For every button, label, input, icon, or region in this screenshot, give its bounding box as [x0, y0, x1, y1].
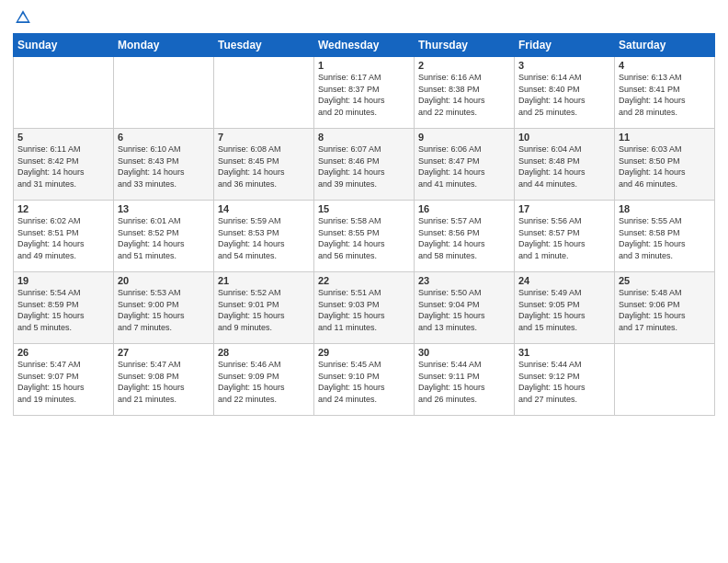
weekday-header-wednesday: Wednesday	[314, 34, 415, 57]
calendar-week-4: 19Sunrise: 5:54 AM Sunset: 8:59 PM Dayli…	[14, 272, 715, 344]
day-number: 4	[619, 60, 711, 71]
calendar-cell: 12Sunrise: 6:02 AM Sunset: 8:51 PM Dayli…	[14, 201, 114, 272]
calendar-cell: 16Sunrise: 5:57 AM Sunset: 8:56 PM Dayli…	[415, 201, 515, 272]
day-info: Sunrise: 5:58 AM Sunset: 8:55 PM Dayligh…	[318, 215, 410, 261]
day-number: 6	[118, 132, 210, 143]
day-number: 8	[318, 132, 410, 143]
weekday-header-monday: Monday	[114, 34, 214, 57]
day-number: 20	[118, 275, 210, 286]
calendar-cell: 13Sunrise: 6:01 AM Sunset: 8:52 PM Dayli…	[114, 201, 214, 272]
day-number: 31	[518, 347, 610, 358]
day-number: 27	[118, 347, 210, 358]
calendar-cell: 9Sunrise: 6:06 AM Sunset: 8:47 PM Daylig…	[415, 129, 515, 201]
day-number: 7	[218, 132, 310, 143]
calendar-cell: 18Sunrise: 5:55 AM Sunset: 8:58 PM Dayli…	[615, 201, 715, 272]
calendar-cell: 25Sunrise: 5:48 AM Sunset: 9:06 PM Dayli…	[615, 272, 715, 344]
calendar-cell: 19Sunrise: 5:54 AM Sunset: 8:59 PM Dayli…	[14, 272, 114, 344]
day-number: 25	[619, 275, 711, 286]
calendar-cell	[114, 57, 214, 129]
day-info: Sunrise: 5:45 AM Sunset: 9:10 PM Dayligh…	[318, 359, 410, 405]
day-number: 12	[17, 203, 109, 214]
day-number: 18	[619, 203, 711, 214]
day-info: Sunrise: 5:47 AM Sunset: 9:08 PM Dayligh…	[118, 359, 210, 405]
weekday-header-sunday: Sunday	[14, 34, 114, 57]
day-info: Sunrise: 6:14 AM Sunset: 8:40 PM Dayligh…	[518, 72, 610, 118]
day-info: Sunrise: 5:54 AM Sunset: 8:59 PM Dayligh…	[17, 287, 109, 333]
day-number: 10	[518, 132, 610, 143]
day-info: Sunrise: 6:16 AM Sunset: 8:38 PM Dayligh…	[418, 72, 510, 118]
day-info: Sunrise: 5:46 AM Sunset: 9:09 PM Dayligh…	[218, 359, 310, 405]
day-number: 23	[418, 275, 510, 286]
calendar-cell: 7Sunrise: 6:08 AM Sunset: 8:45 PM Daylig…	[214, 129, 314, 201]
calendar-cell: 14Sunrise: 5:59 AM Sunset: 8:53 PM Dayli…	[214, 201, 314, 272]
calendar-week-5: 26Sunrise: 5:47 AM Sunset: 9:07 PM Dayli…	[14, 344, 715, 416]
calendar-cell: 31Sunrise: 5:44 AM Sunset: 9:12 PM Dayli…	[515, 344, 615, 416]
calendar-cell: 24Sunrise: 5:49 AM Sunset: 9:05 PM Dayli…	[515, 272, 615, 344]
calendar-cell: 21Sunrise: 5:52 AM Sunset: 9:01 PM Dayli…	[214, 272, 314, 344]
day-number: 28	[218, 347, 310, 358]
day-info: Sunrise: 5:47 AM Sunset: 9:07 PM Dayligh…	[17, 359, 109, 405]
day-info: Sunrise: 5:49 AM Sunset: 9:05 PM Dayligh…	[518, 287, 610, 333]
calendar-cell: 1Sunrise: 6:17 AM Sunset: 8:37 PM Daylig…	[314, 57, 415, 129]
day-info: Sunrise: 6:11 AM Sunset: 8:42 PM Dayligh…	[17, 144, 109, 190]
day-info: Sunrise: 6:06 AM Sunset: 8:47 PM Dayligh…	[418, 144, 510, 190]
calendar-cell	[615, 344, 715, 416]
day-info: Sunrise: 5:48 AM Sunset: 9:06 PM Dayligh…	[619, 287, 711, 333]
calendar-week-2: 5Sunrise: 6:11 AM Sunset: 8:42 PM Daylig…	[14, 129, 715, 201]
day-number: 13	[118, 203, 210, 214]
calendar-cell: 30Sunrise: 5:44 AM Sunset: 9:11 PM Dayli…	[415, 344, 515, 416]
calendar-cell: 26Sunrise: 5:47 AM Sunset: 9:07 PM Dayli…	[14, 344, 114, 416]
main-container: SundayMondayTuesdayWednesdayThursdayFrid…	[0, 0, 728, 423]
day-info: Sunrise: 5:51 AM Sunset: 9:03 PM Dayligh…	[318, 287, 410, 333]
day-info: Sunrise: 5:53 AM Sunset: 9:00 PM Dayligh…	[118, 287, 210, 333]
calendar-cell: 6Sunrise: 6:10 AM Sunset: 8:43 PM Daylig…	[114, 129, 214, 201]
day-number: 17	[518, 203, 610, 214]
day-info: Sunrise: 5:56 AM Sunset: 8:57 PM Dayligh…	[518, 215, 610, 261]
weekday-header-friday: Friday	[515, 34, 615, 57]
day-number: 21	[218, 275, 310, 286]
day-number: 16	[418, 203, 510, 214]
day-number: 26	[17, 347, 109, 358]
day-number: 19	[17, 275, 109, 286]
day-info: Sunrise: 6:08 AM Sunset: 8:45 PM Dayligh…	[218, 144, 310, 190]
weekday-header-saturday: Saturday	[615, 34, 715, 57]
day-info: Sunrise: 6:02 AM Sunset: 8:51 PM Dayligh…	[17, 215, 109, 261]
day-number: 15	[318, 203, 410, 214]
calendar-cell: 23Sunrise: 5:50 AM Sunset: 9:04 PM Dayli…	[415, 272, 515, 344]
day-number: 2	[418, 60, 510, 71]
day-info: Sunrise: 6:07 AM Sunset: 8:46 PM Dayligh…	[318, 144, 410, 190]
calendar-cell: 3Sunrise: 6:14 AM Sunset: 8:40 PM Daylig…	[515, 57, 615, 129]
calendar-cell: 10Sunrise: 6:04 AM Sunset: 8:48 PM Dayli…	[515, 129, 615, 201]
calendar-cell	[14, 57, 114, 129]
day-info: Sunrise: 6:10 AM Sunset: 8:43 PM Dayligh…	[118, 144, 210, 190]
day-info: Sunrise: 6:04 AM Sunset: 8:48 PM Dayligh…	[518, 144, 610, 190]
weekday-header-thursday: Thursday	[415, 34, 515, 57]
calendar-cell: 22Sunrise: 5:51 AM Sunset: 9:03 PM Dayli…	[314, 272, 415, 344]
day-number: 22	[318, 275, 410, 286]
calendar-cell: 17Sunrise: 5:56 AM Sunset: 8:57 PM Dayli…	[515, 201, 615, 272]
logo-icon	[15, 9, 31, 26]
calendar-cell	[214, 57, 314, 129]
calendar-cell: 27Sunrise: 5:47 AM Sunset: 9:08 PM Dayli…	[114, 344, 214, 416]
day-info: Sunrise: 5:44 AM Sunset: 9:11 PM Dayligh…	[418, 359, 510, 405]
day-number: 11	[619, 132, 711, 143]
calendar-cell: 2Sunrise: 6:16 AM Sunset: 8:38 PM Daylig…	[415, 57, 515, 129]
day-number: 3	[518, 60, 610, 71]
day-info: Sunrise: 5:59 AM Sunset: 8:53 PM Dayligh…	[218, 215, 310, 261]
day-number: 1	[318, 60, 410, 71]
day-number: 5	[17, 132, 109, 143]
day-info: Sunrise: 5:44 AM Sunset: 9:12 PM Dayligh…	[518, 359, 610, 405]
calendar-cell: 15Sunrise: 5:58 AM Sunset: 8:55 PM Dayli…	[314, 201, 415, 272]
day-info: Sunrise: 5:55 AM Sunset: 8:58 PM Dayligh…	[619, 215, 711, 261]
calendar-cell: 11Sunrise: 6:03 AM Sunset: 8:50 PM Dayli…	[615, 129, 715, 201]
calendar-cell: 29Sunrise: 5:45 AM Sunset: 9:10 PM Dayli…	[314, 344, 415, 416]
calendar-cell: 20Sunrise: 5:53 AM Sunset: 9:00 PM Dayli…	[114, 272, 214, 344]
calendar-cell: 4Sunrise: 6:13 AM Sunset: 8:41 PM Daylig…	[615, 57, 715, 129]
calendar-cell: 5Sunrise: 6:11 AM Sunset: 8:42 PM Daylig…	[14, 129, 114, 201]
day-number: 9	[418, 132, 510, 143]
weekday-header-row: SundayMondayTuesdayWednesdayThursdayFrid…	[14, 34, 715, 57]
logo	[13, 9, 33, 29]
calendar-week-1: 1Sunrise: 6:17 AM Sunset: 8:37 PM Daylig…	[14, 57, 715, 129]
calendar-week-3: 12Sunrise: 6:02 AM Sunset: 8:51 PM Dayli…	[14, 201, 715, 272]
calendar-table: SundayMondayTuesdayWednesdayThursdayFrid…	[13, 33, 715, 416]
